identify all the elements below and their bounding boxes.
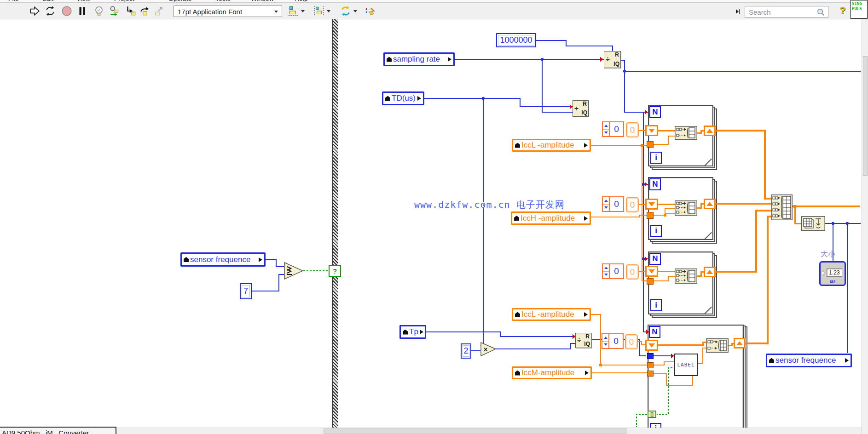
loop-3-indexing-tunnel-in[interactable] <box>645 266 658 277</box>
spinner-arrows[interactable] <box>602 334 609 348</box>
spinner-arrows[interactable] <box>603 197 610 211</box>
output-arrow-icon <box>585 371 589 375</box>
spinner-value: 0 <box>609 334 623 348</box>
terminal-label: IccL -amplitude <box>521 141 574 150</box>
control-icon <box>515 371 520 376</box>
control-icon <box>514 216 519 221</box>
pale-constant-0-row1[interactable]: 0 <box>626 122 639 137</box>
loop-2-indexing-tunnel-in[interactable] <box>645 199 658 210</box>
background-window-title-fragment[interactable]: AD9 50Ohm...iM...Converter <box>0 427 116 434</box>
numeric-constant-7[interactable]: 7 <box>240 283 252 299</box>
control-terminal-td[interactable]: TD(us) <box>382 91 424 105</box>
quotient-remainder-node-1[interactable]: ÷ R IQ <box>604 51 621 68</box>
loop-1-count-terminal[interactable]: N <box>649 106 661 118</box>
spinner-constant-0-row4[interactable]: 0 <box>602 333 624 349</box>
terminal-sensor-frequence-right[interactable]: sensor frequence <box>766 354 852 367</box>
label-subvi-text: LABEL <box>677 362 694 368</box>
loop-4-tunnel-orange-2[interactable] <box>647 371 654 377</box>
loop-4-indexing-tunnel-out[interactable] <box>734 338 746 348</box>
loop-4-indexing-tunnel-in[interactable] <box>645 340 658 351</box>
control-terminal-sensor-frequence-left[interactable]: sensor frequence <box>180 252 266 267</box>
horizontal-scrollbar-thumb[interactable] <box>324 428 627 434</box>
loop-3-indexing-tunnel-out[interactable] <box>704 267 716 277</box>
loop-3-count-terminal[interactable]: N <box>649 253 661 265</box>
divide-glyph: ÷ <box>606 55 610 63</box>
constant-value: 0 <box>630 125 635 135</box>
pale-constant-0-row2[interactable]: 0 <box>626 197 639 212</box>
constant-value: 7 <box>243 286 248 296</box>
output-arrow-icon <box>259 257 262 262</box>
vertical-scrollbar[interactable] <box>862 19 868 434</box>
wire-qr1-out <box>621 60 861 71</box>
loop-4-count-terminal[interactable]: N <box>649 326 660 338</box>
control-terminal-icch-amplitude[interactable]: IccH -amplitude <box>511 211 591 225</box>
remainder-glyph: R <box>585 333 590 340</box>
insert-into-array-node-loop2[interactable] <box>675 200 697 216</box>
build-array-node[interactable] <box>771 194 793 220</box>
loop-4-boolean-array-tunnel[interactable]: [] <box>648 411 656 418</box>
label-subvi-node[interactable]: LABEL <box>674 354 698 376</box>
count-label: N <box>652 180 658 189</box>
loop-1-iteration-terminal[interactable]: i <box>650 152 662 164</box>
quotient-remainder-node-2[interactable]: ÷ R IQ <box>573 100 589 117</box>
iterator-label: i <box>655 301 657 310</box>
pale-constant-0-row3[interactable]: 0 <box>626 264 639 280</box>
insert-into-array-node-loop3[interactable] <box>675 268 697 284</box>
multiply-node[interactable]: × <box>480 342 496 356</box>
tunnel-down-icon <box>648 129 655 133</box>
wire-icch <box>590 215 647 217</box>
horizontal-scrollbar[interactable] <box>116 428 862 434</box>
output-arrow-icon <box>448 57 451 62</box>
loop-2-tunnel[interactable] <box>647 212 654 219</box>
spinner-constant-0-row2[interactable]: 0 <box>602 196 624 212</box>
loop-2-indexing-tunnel-out[interactable] <box>704 199 716 209</box>
case-selector-tunnel[interactable]: ? <box>329 265 341 277</box>
control-terminal-iccl-amplitude-1[interactable]: IccL -amplitude <box>512 139 591 152</box>
quotient-glyph: IQ <box>613 61 619 67</box>
divide-glyph: ÷ <box>574 104 579 113</box>
spinner-constant-0-row3[interactable]: 0 <box>602 263 624 279</box>
numeric-constant-1000000[interactable]: 1000000 <box>496 33 536 47</box>
quotient-glyph: IQ <box>581 109 587 116</box>
control-icon <box>403 330 408 335</box>
spinner-value: 0 <box>610 197 623 211</box>
constant-value: 0 <box>630 200 635 210</box>
output-arrow-icon <box>584 216 588 221</box>
loop-4-tunnel-orange-1[interactable] <box>647 362 654 368</box>
loop-2-count-terminal[interactable]: N <box>649 178 661 190</box>
loop-4-tunnel-blue[interactable] <box>647 353 654 359</box>
spinner-arrows[interactable] <box>603 122 610 136</box>
spinner-arrows[interactable] <box>603 264 610 278</box>
wire-tp <box>426 332 575 337</box>
tunnel-up-icon <box>736 341 743 345</box>
output-arrow-icon <box>845 358 849 363</box>
control-terminal-tp[interactable]: Tp <box>399 325 426 339</box>
size-indicator-i32[interactable]: 1.23 I32 <box>819 261 846 286</box>
insert-into-array-node-loop1[interactable] <box>675 126 697 140</box>
terminal-label: IccH -amplitude <box>521 214 575 223</box>
multiply-glyph: × <box>484 346 487 353</box>
vertical-scrollbar-thumb[interactable] <box>863 56 868 176</box>
wire-million <box>536 40 613 51</box>
quotient-remainder-node-3[interactable]: ÷ R IQ <box>575 333 591 348</box>
insert-into-array-node-loop4[interactable] <box>706 338 729 353</box>
greater-or-equal-node[interactable] <box>284 262 303 280</box>
loop-3-iteration-terminal[interactable]: i <box>650 299 662 311</box>
spinner-constant-0-row1[interactable]: 0 <box>602 121 624 137</box>
control-terminal-sampling-rate[interactable]: sampling rate <box>383 52 455 66</box>
control-terminal-iccl-amplitude-2[interactable]: IccL -amplitude <box>512 308 591 321</box>
pale-constant-0-row4[interactable]: 0 <box>625 334 638 349</box>
loop-2-iteration-terminal[interactable]: i <box>650 225 662 237</box>
tunnel-up-icon <box>706 202 713 206</box>
loop-1-indexing-tunnel-out[interactable] <box>704 126 716 136</box>
remainder-glyph: R <box>583 101 587 107</box>
indicator-input-arrow <box>822 271 825 275</box>
indicator-value: 1.23 <box>827 268 842 277</box>
loop-1-tunnel[interactable] <box>647 141 654 148</box>
loop-1-indexing-tunnel-in[interactable] <box>645 125 658 136</box>
numeric-constant-2[interactable]: 2 <box>461 343 471 359</box>
control-terminal-iccm-amplitude[interactable]: IccM-amplitude <box>512 366 592 379</box>
array-size-node[interactable] <box>801 216 825 231</box>
loop-3-tunnel[interactable] <box>647 278 654 285</box>
iterator-label: i <box>655 153 657 162</box>
